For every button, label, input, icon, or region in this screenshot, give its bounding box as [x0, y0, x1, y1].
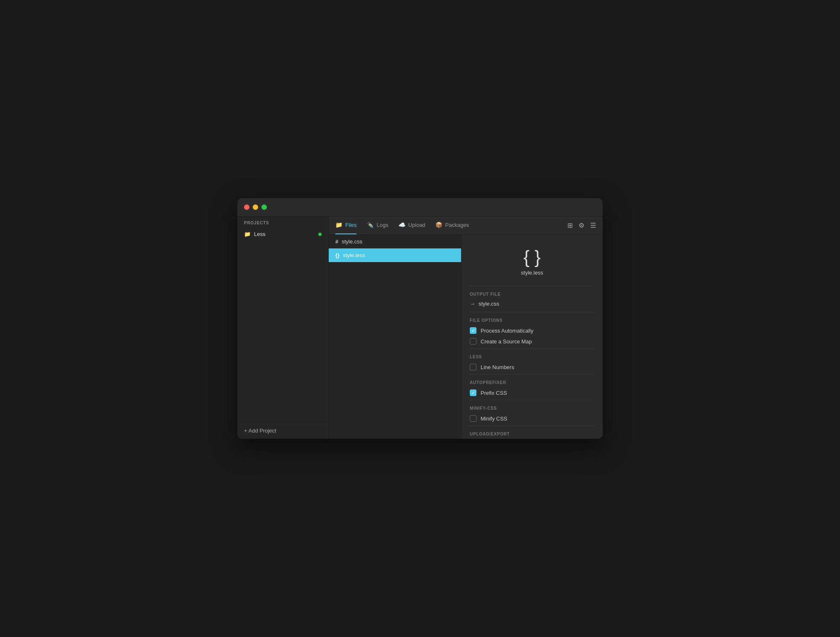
- divider-minify: [470, 400, 594, 400]
- divider-autoprefixer: [470, 374, 594, 374]
- app-body: PROJECTS 📁 Less + Add Project 📁 Files: [237, 216, 603, 439]
- files-tab-label: Files: [345, 222, 357, 228]
- css-file-icon: #: [335, 238, 338, 245]
- sidebar-item-less[interactable]: 📁 Less: [237, 228, 328, 241]
- arrow-icon: →: [470, 301, 475, 307]
- file-list: # style.css {} style.less: [329, 235, 462, 439]
- project-name: Less: [254, 231, 315, 237]
- source-map-checkbox[interactable]: [470, 338, 476, 345]
- folder-icon: 📁: [244, 231, 251, 237]
- titlebar: [237, 198, 603, 216]
- prefix-css-label: Prefix CSS: [481, 390, 507, 396]
- upload-tab-icon: ☁️: [398, 221, 405, 228]
- file-item-less-name: style.less: [343, 252, 365, 258]
- tab-packages[interactable]: 📦 Packages: [435, 216, 469, 234]
- tab-actions: ⊞ ⚙ ☰: [567, 221, 596, 229]
- tab-files[interactable]: 📁 Files: [335, 216, 357, 234]
- option-line-numbers: Line Numbers: [470, 362, 594, 372]
- divider-upload: [470, 425, 594, 426]
- status-dot: [318, 233, 322, 236]
- tab-logs[interactable]: ✒️ Logs: [366, 216, 388, 234]
- file-item-css-name: style.css: [342, 238, 362, 245]
- upload-tab-label: Upload: [408, 222, 425, 228]
- minify-css-label: MINIFY-CSS: [470, 402, 594, 413]
- divider-file-options: [470, 312, 594, 312]
- main-area: 📁 Files ✒️ Logs ☁️ Upload 📦 Packages: [329, 216, 603, 439]
- less-label: LESS: [470, 350, 594, 362]
- tabbar: 📁 Files ✒️ Logs ☁️ Upload 📦 Packages: [329, 216, 603, 235]
- line-numbers-label: Line Numbers: [481, 364, 514, 370]
- minimize-button[interactable]: [253, 204, 258, 210]
- less-file-icon: {}: [335, 252, 339, 258]
- line-numbers-checkbox[interactable]: [470, 364, 476, 370]
- tabs: 📁 Files ✒️ Logs ☁️ Upload 📦 Packages: [335, 216, 469, 234]
- prefix-css-checkbox[interactable]: [470, 389, 476, 396]
- option-process-auto: Process Automatically: [470, 325, 594, 336]
- sidebar: PROJECTS 📁 Less + Add Project: [237, 216, 329, 439]
- sidebar-footer: + Add Project: [237, 422, 328, 439]
- file-preview-name: style.less: [521, 270, 543, 276]
- close-button[interactable]: [244, 204, 249, 210]
- process-auto-checkbox[interactable]: [470, 327, 476, 334]
- minify-css-label-text: Minify CSS: [481, 416, 507, 422]
- option-source-map: Create a Source Map: [470, 336, 594, 347]
- app-window: PROJECTS 📁 Less + Add Project 📁 Files: [237, 198, 603, 439]
- traffic-lights: [244, 204, 267, 210]
- settings-button[interactable]: ⚙: [579, 221, 584, 229]
- upload-export-label: UPLOAD/EXPORT: [470, 428, 594, 439]
- content-area: # style.css {} style.less { } style.less: [329, 235, 603, 439]
- process-auto-label: Process Automatically: [481, 328, 533, 334]
- file-preview: { } style.less: [470, 241, 594, 284]
- file-type-icon: { }: [523, 248, 541, 266]
- divider-output: [470, 286, 594, 286]
- files-tab-icon: 📁: [335, 221, 342, 228]
- autoprefixer-label: AUTOPREFIXER: [470, 376, 594, 387]
- output-file-row: → style.css: [470, 299, 594, 310]
- add-project-button[interactable]: + Add Project: [244, 428, 276, 434]
- file-options-label: FILE OPTIONS: [470, 314, 594, 325]
- option-minify-css: Minify CSS: [470, 413, 594, 424]
- source-map-label: Create a Source Map: [481, 338, 532, 345]
- menu-button[interactable]: ☰: [590, 221, 596, 229]
- projects-header: PROJECTS: [237, 216, 328, 228]
- maximize-button[interactable]: [261, 204, 267, 210]
- layout-button[interactable]: ⊞: [567, 221, 573, 229]
- output-file-name: style.css: [479, 301, 499, 307]
- divider-less: [470, 348, 594, 349]
- packages-tab-label: Packages: [445, 222, 469, 228]
- file-item-css[interactable]: # style.css: [329, 235, 461, 248]
- packages-tab-icon: 📦: [435, 221, 442, 228]
- logs-tab-label: Logs: [376, 222, 388, 228]
- file-item-less[interactable]: {} style.less: [329, 248, 461, 262]
- right-panel: { } style.less OUTPUT FILE → style.css F…: [462, 235, 603, 439]
- logs-tab-icon: ✒️: [366, 221, 374, 228]
- minify-css-checkbox[interactable]: [470, 415, 476, 422]
- tab-upload[interactable]: ☁️ Upload: [398, 216, 425, 234]
- option-prefix-css: Prefix CSS: [470, 387, 594, 398]
- output-file-label: OUTPUT FILE: [470, 288, 594, 299]
